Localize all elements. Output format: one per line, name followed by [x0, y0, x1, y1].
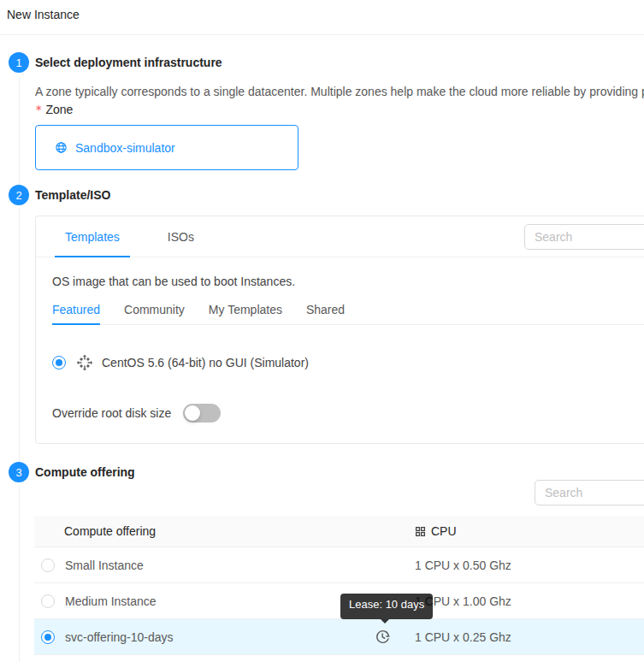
- zone-name: Sandbox-simulator: [75, 141, 175, 155]
- row-radio-svc-offering[interactable]: [41, 630, 55, 644]
- step1-connector-line: [19, 76, 20, 185]
- table-row-svc-offering-10-days[interactable]: svc-offering-10-days 1 CPU x 0.25 Ghz Le…: [34, 619, 644, 655]
- column-header-compute-offering: Compute offering: [64, 524, 156, 538]
- table-row-medium-instance[interactable]: Medium Instance 1 CPU x 1.00 Ghz: [34, 583, 644, 619]
- step-compute-offering: 3 Compute offering Compute offering: [9, 462, 644, 662]
- template-option-centos[interactable]: CentOS 5.6 (64-bit) no GUI (Simulator): [52, 354, 644, 371]
- globe-icon: [55, 141, 68, 154]
- step1-title: Select deployment infrastructure: [35, 52, 644, 73]
- step-deployment-infrastructure: 1 Select deployment infrastructure A zon…: [9, 52, 644, 185]
- zone-description: A zone typically corresponds to a single…: [35, 85, 644, 98]
- step2-rail: 2: [9, 185, 29, 462]
- zone-label: Zone: [45, 103, 73, 116]
- clock-icon[interactable]: [375, 629, 391, 645]
- override-root-disk-toggle[interactable]: [183, 404, 221, 423]
- template-search-input[interactable]: [524, 224, 644, 250]
- step2-connector-line: [19, 209, 20, 462]
- template-description: OS image that can be used to boot Instan…: [52, 275, 644, 288]
- step1-rail: 1: [9, 52, 29, 185]
- offering-name: svc-offering-10-days: [65, 630, 174, 644]
- filter-tab-community[interactable]: Community: [124, 303, 185, 324]
- step-template-iso: 2 Template/ISO Templates ISOs OS image t…: [9, 185, 644, 462]
- grid-icon: [415, 526, 426, 537]
- required-asterisk: *: [35, 103, 42, 116]
- zone-field-label: *Zone: [35, 103, 644, 116]
- step3-connector-line: [19, 486, 20, 662]
- offering-name: Small Instance: [65, 559, 144, 572]
- page-title: New Instance: [7, 8, 644, 21]
- template-card: Templates ISOs OS image that can be used…: [35, 216, 644, 444]
- template-radio[interactable]: [52, 356, 66, 369]
- compute-offering-search-input[interactable]: [535, 480, 644, 505]
- centos-logo-icon: [76, 354, 93, 371]
- compute-offering-table: Compute offering CPU Small Instance: [34, 516, 644, 655]
- offering-cpu: 1 CPU x 0.25 Ghz: [415, 630, 511, 644]
- offering-name: Medium Instance: [65, 594, 157, 608]
- row-radio-medium-instance[interactable]: [41, 594, 55, 608]
- step2-number-badge: 2: [9, 185, 29, 205]
- filter-tab-shared[interactable]: Shared: [306, 303, 345, 324]
- table-header-row: Compute offering CPU: [34, 516, 644, 547]
- template-name: CentOS 5.6 (64-bit) no GUI (Simulator): [102, 356, 309, 369]
- filter-tab-featured[interactable]: Featured: [52, 303, 100, 324]
- override-root-disk-label: Override root disk size: [52, 406, 171, 420]
- column-header-cpu: CPU: [431, 524, 457, 538]
- zone-card-sandbox-simulator[interactable]: Sandbox-simulator: [35, 125, 298, 170]
- new-instance-wizard: 1 Select deployment infrastructure A zon…: [0, 35, 644, 662]
- row-radio-small-instance[interactable]: [41, 559, 55, 572]
- step1-number-badge: 1: [9, 52, 29, 73]
- tab-templates[interactable]: Templates: [65, 216, 120, 257]
- table-row-small-instance[interactable]: Small Instance 1 CPU x 0.50 Ghz: [34, 547, 644, 583]
- step3-rail: 3: [9, 462, 29, 662]
- offering-cpu: 1 CPU x 0.50 Ghz: [415, 559, 511, 572]
- filter-tab-my-templates[interactable]: My Templates: [209, 303, 282, 324]
- override-root-disk-row: Override root disk size: [52, 404, 644, 423]
- page-header: New Instance: [0, 0, 644, 35]
- step2-title: Template/ISO: [35, 185, 644, 205]
- step3-number-badge: 3: [9, 462, 29, 482]
- tab-isos[interactable]: ISOs: [168, 216, 194, 257]
- template-filter-tabs: Featured Community My Templates Shared: [52, 303, 644, 325]
- lease-tooltip: Lease: 10 days: [340, 594, 433, 619]
